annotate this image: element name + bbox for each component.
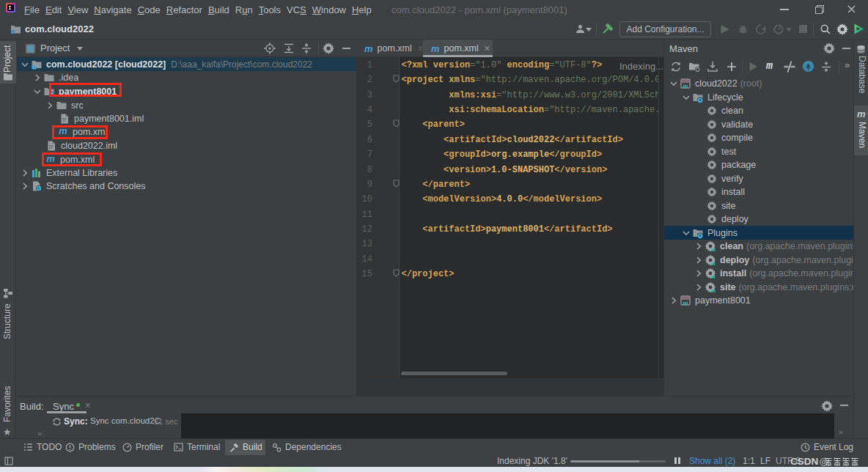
svg-text:m: m [710,246,716,252]
svg-text:m: m [710,273,716,279]
svg-text:m: m [710,287,716,293]
svg-text:m: m [683,299,688,306]
svg-text:m: m [683,82,688,89]
svg-text:m: m [710,259,716,266]
